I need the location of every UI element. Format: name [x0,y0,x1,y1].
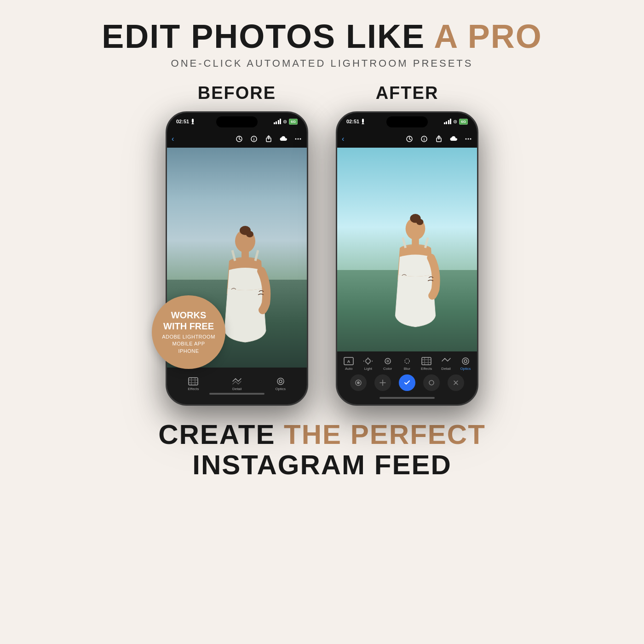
svg-point-45 [357,381,360,384]
before-time-text: 02:51 [176,119,189,124]
phones-comparison: BEFORE 02:51 ⊛ [0,83,644,406]
after-preset-2[interactable] [374,374,391,391]
after-preset-1[interactable] [350,374,367,391]
after-toolbar-detail[interactable]: Detail [441,356,452,371]
auto-icon: A [343,356,354,366]
svg-point-33 [366,359,370,363]
after-battery: 6G [459,119,468,125]
title-part1: EDIT PHOTOS LIKE [102,18,434,55]
svg-point-12 [246,231,253,237]
before-home-indicator [209,393,264,395]
before-info-icon[interactable]: i [250,135,258,143]
svg-text:A: A [347,359,351,364]
after-bottom-toolbar: A Auto Light [337,351,477,404]
svg-point-7 [298,138,299,140]
after-toolbar-optics[interactable]: Optics [460,356,471,371]
after-toolbar-auto[interactable]: A Auto [343,356,354,371]
before-toolbar-effects[interactable]: Effects [188,377,199,391]
after-wifi-icon: ⊛ [453,119,457,125]
svg-point-43 [464,360,467,362]
after-cloud-icon[interactable] [449,135,458,143]
after-label: AFTER [376,83,439,103]
badge-line3: ADOBE LIGHTROOM [162,334,215,339]
after-back-button[interactable]: ‹ [342,135,344,143]
svg-point-25 [470,138,472,140]
after-preset-active[interactable] [399,374,415,391]
before-effects-label: Effects [188,387,199,391]
svg-point-29 [416,219,424,225]
svg-point-42 [462,358,469,364]
header-subtitle: ONE-CLICK AUTOMATED LIGHTROOM PRESETS [102,58,542,69]
after-toolbar-color[interactable]: Color [382,356,393,371]
after-photo [337,148,477,351]
before-signal [274,119,282,124]
badge-circle: WORKS WITH FREE ADOBE LIGHTROOM MOBILE A… [152,295,225,369]
after-info-icon[interactable]: i [420,135,428,143]
after-person [374,200,457,351]
after-auto-label: Auto [345,367,352,371]
after-toolbar-light[interactable]: Light [362,356,374,371]
svg-text:i: i [253,137,255,142]
svg-rect-1 [192,124,194,125]
main-title: EDIT PHOTOS LIKE A PRO [102,18,542,55]
before-dynamic-island [216,116,258,127]
before-bottom-toolbar: Effects Detail [167,368,307,404]
before-time: 02:51 [176,119,195,124]
header-section: EDIT PHOTOS LIKE A PRO ONE-CLICK AUTOMAT… [102,18,542,69]
svg-point-23 [466,138,467,140]
after-effects-label: Effects [421,367,432,371]
after-detail-icon [441,356,452,366]
svg-point-16 [279,380,282,383]
svg-rect-18 [362,124,364,125]
after-color-label: Color [383,367,392,371]
footer-perfect: THE PERFECT [284,419,486,450]
before-more-icon[interactable] [294,135,302,143]
footer-create: CREATE [158,419,284,450]
before-label: BEFORE [198,83,276,103]
after-toolbar-effects[interactable]: Effects [421,356,432,371]
svg-point-8 [300,138,301,140]
footer-line2: INSTAGRAM FEED [158,450,486,480]
svg-rect-14 [189,378,198,385]
svg-point-39 [386,360,389,362]
after-preset-row [337,374,477,391]
before-detail-label: Detail [232,387,242,391]
after-effects-icon [421,356,432,366]
optics-icon [275,377,286,386]
before-lr-toolbar-top: ‹ i [167,130,307,148]
after-phone-inner: 02:51 ⊛ 6G ‹ [337,113,477,404]
before-wifi-icon: ⊛ [283,119,287,125]
before-battery: 6G [289,119,298,125]
light-icon [362,356,374,366]
after-preset-3[interactable] [423,374,440,391]
svg-rect-41 [422,357,431,365]
after-history-icon[interactable] [405,135,414,143]
before-column: BEFORE 02:51 ⊛ [166,83,308,406]
after-home-indicator [380,397,435,399]
svg-point-40 [405,359,409,363]
after-preset-4[interactable] [448,374,464,391]
footer-line1: CREATE THE PERFECT [158,420,486,450]
before-cloud-icon[interactable] [279,135,288,143]
before-optics-label: Optics [275,387,286,391]
before-share-icon[interactable] [264,135,273,143]
after-share-icon[interactable] [435,135,443,143]
before-toolbar-detail[interactable]: Detail [231,377,242,391]
after-blur-label: Blur [404,367,410,371]
before-history-icon[interactable] [235,135,243,143]
after-column: AFTER 02:51 ⊛ [336,83,478,406]
before-toolbar-optics[interactable]: Optics [275,377,286,391]
svg-text:i: i [424,137,425,142]
badge-line1: WORKS [171,310,207,320]
detail-icon [231,377,242,386]
after-phone-frame: 02:51 ⊛ 6G ‹ [336,111,478,406]
badge-line4: MOBILE APP [172,341,205,346]
after-light-label: Light [364,367,372,371]
before-back-button[interactable]: ‹ [172,135,174,143]
after-time-text: 02:51 [346,119,359,124]
after-toolbar-blur[interactable]: Blur [402,356,413,371]
after-lr-icons: i [405,135,472,143]
after-detail-label: Detail [441,367,450,371]
badge-sub-text: ADOBE LIGHTROOM MOBILE APP IPHONE [162,334,215,355]
after-more-icon[interactable] [464,135,472,143]
